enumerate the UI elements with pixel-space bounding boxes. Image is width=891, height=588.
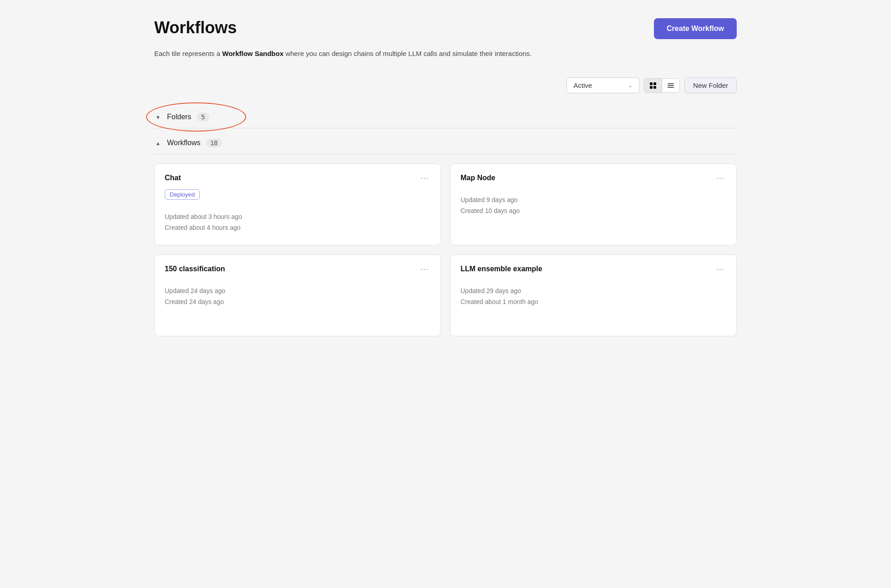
- workflows-toggle-icon: ▴: [154, 140, 162, 147]
- create-workflow-button[interactable]: Create Workflow: [654, 18, 737, 39]
- card-header: LLM ensemble example ···: [461, 265, 726, 273]
- workflows-count-badge: 18: [206, 138, 223, 147]
- workflow-card[interactable]: Map Node ··· Updated 9 days ago Created …: [450, 163, 737, 245]
- card-menu-button[interactable]: ···: [419, 265, 430, 273]
- card-updated: Updated 29 days ago: [461, 286, 726, 297]
- card-updated: Updated 24 days ago: [165, 286, 430, 297]
- card-menu-button[interactable]: ···: [714, 174, 726, 182]
- card-updated: Updated 9 days ago: [461, 195, 726, 206]
- workflow-card[interactable]: LLM ensemble example ··· Updated 29 days…: [450, 254, 737, 336]
- card-created: Created 10 days ago: [461, 206, 726, 217]
- card-created: Created about 1 month ago: [461, 297, 726, 308]
- workflow-card[interactable]: Chat ··· Deployed Updated about 3 hours …: [154, 163, 441, 245]
- card-title: LLM ensemble example: [461, 265, 542, 273]
- card-body: Updated 9 days ago Created 10 days ago: [461, 189, 726, 236]
- card-menu-button[interactable]: ···: [419, 174, 430, 182]
- folders-count-badge: 5: [197, 112, 209, 122]
- workflows-section-label: Workflows: [167, 139, 201, 147]
- card-body: Deployed Updated about 3 hours ago Creat…: [165, 189, 430, 236]
- workflows-section-header[interactable]: ▴ Workflows 18: [154, 132, 737, 154]
- folders-section-label: Folders: [167, 113, 191, 121]
- card-title: 150 classification: [165, 265, 225, 273]
- deployed-badge: Deployed: [165, 189, 200, 200]
- filter-value-label: Active: [573, 81, 624, 89]
- folders-toggle-icon: ▾: [154, 114, 162, 121]
- page-title: Workflows: [154, 18, 237, 37]
- grid-view-button[interactable]: [644, 79, 662, 92]
- card-title: Map Node: [461, 174, 495, 182]
- list-icon: [668, 82, 674, 89]
- folders-section-header[interactable]: ▾ Folders 5: [154, 106, 737, 128]
- new-folder-button[interactable]: New Folder: [684, 77, 737, 93]
- workflows-section: ▴ Workflows 18 Chat ··· Deployed Updated…: [154, 132, 737, 336]
- workflow-card[interactable]: 150 classification ··· Updated 24 days a…: [154, 254, 441, 336]
- card-header: 150 classification ···: [165, 265, 430, 273]
- card-menu-button[interactable]: ···: [714, 265, 726, 273]
- chevron-down-icon: ⌄: [628, 82, 633, 89]
- active-filter-select[interactable]: Active ⌄: [567, 77, 639, 93]
- card-meta: Updated 9 days ago Created 10 days ago: [461, 189, 726, 217]
- card-updated: Updated about 3 hours ago: [165, 212, 430, 223]
- card-created: Created 24 days ago: [165, 297, 430, 308]
- list-view-button[interactable]: [662, 79, 679, 92]
- card-meta: Updated about 3 hours ago Created about …: [165, 206, 430, 233]
- workflows-grid: Chat ··· Deployed Updated about 3 hours …: [154, 163, 737, 336]
- card-header: Chat ···: [165, 174, 430, 182]
- card-meta: Updated 24 days ago Created 24 days ago: [165, 280, 430, 308]
- page-subtitle: Each tile represents a Workflow Sandbox …: [154, 48, 737, 59]
- card-meta: Updated 29 days ago Created about 1 mont…: [461, 280, 726, 308]
- card-body: Updated 29 days ago Created about 1 mont…: [461, 280, 726, 327]
- grid-icon: [650, 82, 656, 89]
- card-header: Map Node ···: [461, 174, 726, 182]
- view-toggle-group: [644, 78, 680, 93]
- card-body: Updated 24 days ago Created 24 days ago: [165, 280, 430, 327]
- card-title: Chat: [165, 174, 181, 182]
- card-created: Created about 4 hours ago: [165, 223, 430, 233]
- toolbar: Active ⌄ New Folder: [154, 77, 737, 93]
